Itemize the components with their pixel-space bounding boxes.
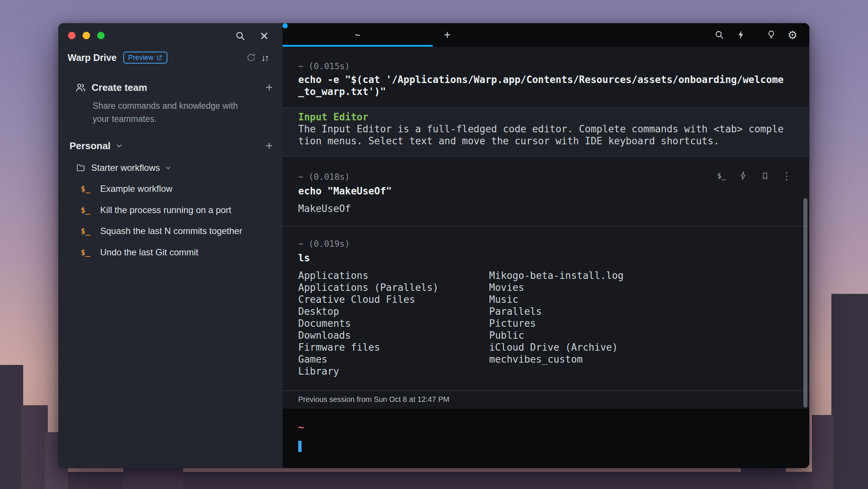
settings-button[interactable]: ⚙ bbox=[786, 28, 799, 41]
workflows-button[interactable] bbox=[734, 28, 748, 41]
lightning-icon bbox=[738, 171, 748, 181]
zoom-window-button[interactable] bbox=[97, 32, 105, 39]
lightning-icon bbox=[736, 30, 746, 40]
warp-drive-header: Warp Drive Preview ↓↑ bbox=[68, 50, 271, 65]
command-output-1[interactable]: Input Editor The Input Editor is a full-… bbox=[282, 107, 809, 157]
terminal-input-area[interactable]: ~ bbox=[282, 409, 809, 468]
lightbulb-icon bbox=[766, 30, 776, 40]
shell-prompt-icon: $_ bbox=[81, 248, 93, 257]
window-controls bbox=[68, 32, 105, 39]
insert-command-button[interactable]: $_ bbox=[715, 169, 728, 182]
ls-entry: Mikogo-beta-install.log bbox=[489, 270, 624, 282]
ls-entry: Movies bbox=[489, 282, 624, 293]
building bbox=[0, 365, 23, 489]
terminal-scrollback[interactable]: ~ (0.015s) echo -e "$(cat '/Applications… bbox=[282, 47, 809, 409]
create-team-row[interactable]: Create team + bbox=[75, 80, 273, 95]
previous-session-banner: Previous session from Sun Oct 8 at 12:47… bbox=[282, 394, 809, 409]
tab-home[interactable]: ~ bbox=[282, 23, 433, 47]
personal-label: Personal bbox=[69, 140, 111, 152]
shell-prompt-icon: $_ bbox=[81, 206, 93, 215]
command-meta: ~ (0.019s) bbox=[298, 238, 809, 250]
block-action-toolbar: $_ ⋮ bbox=[715, 169, 793, 182]
shell-prompt: ~ bbox=[298, 421, 809, 433]
ls-entry: Applications (Parallels) bbox=[298, 282, 489, 293]
ls-entry: Parallels bbox=[489, 305, 624, 317]
create-team-label: Create team bbox=[92, 82, 147, 93]
bookmark-button[interactable] bbox=[759, 169, 771, 182]
new-tab-button[interactable]: + bbox=[440, 23, 455, 47]
warp-drive-sidebar: ✕ Warp Drive Preview ↓↑ Create team + Sh… bbox=[58, 23, 282, 468]
shell-prompt-icon: $_ bbox=[81, 184, 93, 193]
personal-add-button[interactable]: + bbox=[266, 139, 273, 153]
command-meta: ~ (0.015s) bbox=[298, 60, 809, 72]
save-workflow-button[interactable] bbox=[737, 169, 750, 182]
command-block-2[interactable]: ~ (0.018s) $_ ⋮ echo "MakeUseOf" MakeUse… bbox=[282, 171, 809, 215]
building bbox=[21, 405, 48, 489]
personal-section-row[interactable]: Personal + bbox=[69, 138, 273, 153]
command-text: ls bbox=[298, 252, 809, 264]
external-link-icon bbox=[156, 55, 163, 61]
bookmark-icon bbox=[760, 171, 770, 181]
output-heading: Input Editor bbox=[298, 111, 798, 123]
chevron-down-icon[interactable] bbox=[164, 164, 172, 172]
ls-entry: Public bbox=[489, 329, 624, 341]
ls-entry: Firmware files bbox=[298, 341, 489, 353]
close-icon: ✕ bbox=[259, 30, 269, 43]
ls-entry: Pictures bbox=[489, 317, 624, 329]
tab-title: ~ bbox=[355, 30, 360, 40]
output-text: tion menus. Select text and move the cur… bbox=[298, 135, 798, 147]
block-divider bbox=[282, 390, 809, 391]
block-divider bbox=[282, 226, 809, 227]
create-team-description: Share commands and knowledge with your t… bbox=[93, 99, 253, 126]
workflow-item-squash-commits[interactable]: $_ Squash the last N commits together bbox=[81, 224, 275, 239]
sidebar-search-button[interactable] bbox=[234, 29, 247, 43]
output-text: MakeUseOf bbox=[298, 203, 809, 215]
search-icon bbox=[714, 30, 725, 40]
ls-output: Applications Applications (Parallels) Cr… bbox=[298, 270, 809, 377]
output-text: The Input Editor is a full-fledged code … bbox=[298, 123, 798, 135]
workflow-item-undo-commit[interactable]: $_ Undo the last Git commit bbox=[81, 245, 275, 260]
command-text: echo -e "$(cat '/Applications/Warp.app/C… bbox=[298, 74, 809, 86]
team-icon bbox=[75, 82, 86, 93]
chevron-down-icon[interactable] bbox=[115, 142, 123, 150]
workflow-item-kill-process[interactable]: $_ Kill the process running on a port bbox=[81, 203, 275, 218]
starter-workflows-label: Starter workflows bbox=[91, 163, 160, 173]
ls-entry: Downloads bbox=[298, 329, 489, 341]
starter-workflows-row[interactable]: Starter workflows bbox=[76, 161, 271, 175]
command-text: echo "MakeUseOf" bbox=[298, 185, 809, 197]
command-block-1[interactable]: ~ (0.015s) echo -e "$(cat '/Applications… bbox=[282, 47, 809, 98]
ls-entry: Library bbox=[298, 365, 489, 377]
shell-prompt-icon: $_ bbox=[81, 227, 93, 236]
sort-button[interactable]: ↓↑ bbox=[258, 51, 271, 64]
close-window-button[interactable] bbox=[68, 32, 75, 39]
terminal-search-button[interactable] bbox=[713, 28, 726, 41]
ls-entry: Games bbox=[298, 353, 489, 365]
workflow-item-example-workflow[interactable]: $_ Example workflow bbox=[81, 181, 275, 196]
refresh-button[interactable] bbox=[244, 51, 258, 64]
scrollbar-thumb[interactable] bbox=[803, 198, 807, 408]
folder-icon bbox=[76, 163, 86, 173]
warp-window: ✕ Warp Drive Preview ↓↑ Create team + Sh… bbox=[58, 23, 809, 468]
refresh-icon bbox=[246, 52, 256, 63]
ls-entry: Music bbox=[489, 293, 624, 305]
text-cursor bbox=[298, 441, 302, 452]
ls-entry: iCloud Drive (Archive) bbox=[489, 341, 624, 353]
more-options-button[interactable]: ⋮ bbox=[780, 169, 793, 182]
gear-icon: ⚙ bbox=[788, 28, 798, 41]
tab-bar: ~ + ⚙ bbox=[282, 23, 809, 47]
sort-icon: ↓↑ bbox=[261, 52, 268, 63]
minimize-window-button[interactable] bbox=[83, 32, 90, 39]
ls-entry: Documents bbox=[298, 317, 489, 329]
ls-entry: Creative Cloud Files bbox=[298, 293, 489, 305]
tips-button[interactable] bbox=[764, 28, 778, 41]
sidebar-title: Warp Drive bbox=[68, 52, 117, 63]
create-team-add-button[interactable]: + bbox=[266, 80, 273, 95]
terminal-pane: ~ + ⚙ ~ (0.015s) echo -e "$(cat ' bbox=[282, 23, 809, 468]
sidebar-close-button[interactable]: ✕ bbox=[257, 29, 271, 43]
building bbox=[812, 415, 834, 489]
ls-entry: Desktop bbox=[298, 305, 489, 317]
command-block-3[interactable]: ~ (0.019s) ls Applications Applications … bbox=[282, 238, 809, 377]
ls-entry: mechvibes_custom bbox=[489, 353, 624, 365]
command-text: _to_warp.txt')" bbox=[298, 86, 809, 98]
preview-badge[interactable]: Preview bbox=[123, 52, 167, 64]
